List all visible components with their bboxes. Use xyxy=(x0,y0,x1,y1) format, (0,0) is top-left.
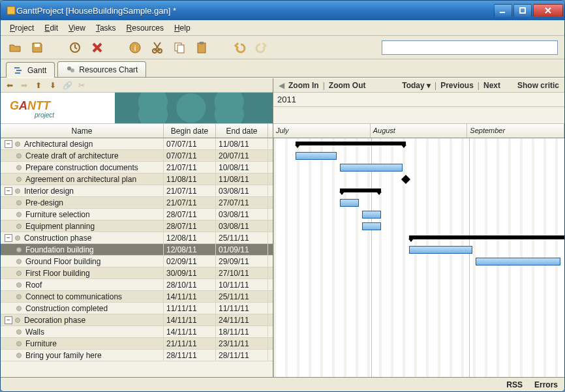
task-begin: 11/08/11 xyxy=(164,173,216,185)
task-end: 10/08/11 xyxy=(216,162,268,173)
svg-rect-10 xyxy=(177,45,184,53)
task-name: Roof xyxy=(25,280,42,290)
status-errors[interactable]: Errors xyxy=(534,380,558,389)
milestone-marker[interactable] xyxy=(401,175,410,184)
nav-down-icon[interactable]: ⬇ xyxy=(48,80,58,91)
cut-icon[interactable] xyxy=(149,40,165,55)
task-table-body[interactable]: −Architectural design07/07/1111/08/11Cre… xyxy=(1,138,273,377)
task-end: 27/10/11 xyxy=(216,267,268,279)
nav-up-icon[interactable]: ⬆ xyxy=(33,80,44,91)
task-bar[interactable] xyxy=(340,199,359,207)
table-row[interactable]: Construction completed11/11/1111/11/11 xyxy=(1,303,273,314)
delete-icon[interactable] xyxy=(89,40,105,55)
task-begin: 07/07/11 xyxy=(164,138,216,149)
collapse-icon[interactable]: − xyxy=(5,234,12,242)
task-bar[interactable] xyxy=(476,258,560,265)
task-table-pane: ⬅ ➡ ⬆ ⬇ 🔗 ✂ GANTTproject Name Begin date… xyxy=(1,78,273,377)
maximize-button[interactable] xyxy=(513,4,532,17)
table-row[interactable]: −Decoration phase14/11/1124/11/11 xyxy=(1,314,273,326)
status-rss[interactable]: RSS xyxy=(506,380,523,389)
table-row[interactable]: Roof28/10/1110/11/11 xyxy=(1,279,273,291)
table-row[interactable]: First Floor building30/09/1127/10/11 xyxy=(1,267,273,279)
table-row[interactable]: Furniture21/11/1123/11/11 xyxy=(1,338,273,350)
task-end: 01/09/11 xyxy=(216,244,268,255)
task-bullet-icon xyxy=(16,329,22,335)
task-bullet-icon xyxy=(16,247,22,252)
task-name: Decoration phase xyxy=(24,316,85,325)
table-row[interactable]: Walls14/11/1118/11/11 xyxy=(1,326,273,338)
task-begin: 28/11/11 xyxy=(164,350,216,361)
task-begin: 12/08/11 xyxy=(164,232,216,243)
paste-icon[interactable] xyxy=(194,40,209,55)
task-bar[interactable] xyxy=(362,211,381,219)
task-end: 27/07/11 xyxy=(216,197,268,208)
th-begin[interactable]: Begin date xyxy=(164,124,216,138)
svg-rect-12 xyxy=(200,42,204,44)
menu-help[interactable]: Help xyxy=(169,22,196,34)
nav-back-icon[interactable]: ⬅ xyxy=(5,80,15,91)
task-name: Walls xyxy=(25,327,44,337)
previous-button[interactable]: Previous xyxy=(440,81,474,90)
task-bar[interactable] xyxy=(296,152,337,160)
summary-bar[interactable] xyxy=(409,235,564,239)
timeline-pane: ◀ Zoom In | Zoom Out Today ▾ | Previous … xyxy=(273,78,564,377)
toolbar: i xyxy=(1,36,564,59)
show-critic-button[interactable]: Show critic xyxy=(517,81,559,90)
next-button[interactable]: Next xyxy=(483,81,500,90)
collapse-icon[interactable]: − xyxy=(5,316,12,324)
table-row[interactable]: Agreement on architectural plan11/08/111… xyxy=(1,173,273,185)
zoom-out-button[interactable]: Zoom Out xyxy=(329,81,366,90)
task-begin: 28/07/11 xyxy=(164,209,216,220)
task-bar[interactable] xyxy=(409,246,472,254)
table-row[interactable]: Equipment planning28/07/1103/08/11 xyxy=(1,220,273,232)
properties-icon[interactable]: i xyxy=(127,40,143,55)
refresh-icon[interactable] xyxy=(67,40,83,55)
menu-project[interactable]: Project xyxy=(5,22,39,34)
menu-view[interactable]: View xyxy=(63,22,91,34)
nav-fwd-icon[interactable]: ➡ xyxy=(19,80,29,91)
tab-resources[interactable]: Resources Chart xyxy=(57,61,146,77)
menubar: Project Edit View Tasks Resources Help xyxy=(1,20,564,36)
th-name[interactable]: Name xyxy=(1,124,164,138)
nav-unlink-icon[interactable]: ✂ xyxy=(76,80,87,91)
redo-icon[interactable] xyxy=(254,40,269,55)
menu-edit[interactable]: Edit xyxy=(39,22,63,34)
minimize-button[interactable] xyxy=(494,4,512,17)
zoom-in-button[interactable]: Zoom In xyxy=(288,81,319,90)
th-end[interactable]: End date xyxy=(216,124,268,138)
nav-link-icon[interactable]: 🔗 xyxy=(62,80,72,91)
save-icon[interactable] xyxy=(29,40,45,55)
close-button[interactable] xyxy=(533,4,563,17)
table-row[interactable]: Ground Floor building02/09/1129/09/11 xyxy=(1,256,273,267)
copy-icon[interactable] xyxy=(172,40,187,55)
today-button[interactable]: Today ▾ xyxy=(402,81,431,90)
table-row[interactable]: Furniture selection28/07/1103/08/11 xyxy=(1,209,273,220)
task-bar[interactable] xyxy=(340,164,403,172)
summary-bar[interactable] xyxy=(296,142,406,145)
search-input[interactable] xyxy=(382,40,558,55)
table-row[interactable]: Connect to communications14/11/1125/11/1… xyxy=(1,291,273,303)
table-row[interactable]: Prepare construction documents21/07/1110… xyxy=(1,162,273,173)
tab-gantt[interactable]: Gantt xyxy=(6,62,55,78)
open-icon[interactable] xyxy=(7,40,23,55)
task-bar[interactable] xyxy=(362,222,381,230)
undo-icon[interactable] xyxy=(232,40,247,55)
titlebar[interactable]: GanttProject [HouseBuildingSample.gan] * xyxy=(1,1,564,20)
table-row[interactable]: −Construction phase12/08/1125/11/11 xyxy=(1,232,273,244)
table-row[interactable]: −Interior design21/07/1103/08/11 xyxy=(1,185,273,197)
resources-icon xyxy=(66,65,75,74)
table-row[interactable]: −Architectural design07/07/1111/08/11 xyxy=(1,138,273,150)
table-row[interactable]: Create draft of architecture07/07/1120/0… xyxy=(1,150,273,162)
table-row[interactable]: Foundation building12/08/1101/09/11 xyxy=(1,244,273,256)
svg-rect-3 xyxy=(35,44,40,47)
task-end: 11/08/11 xyxy=(216,138,268,149)
table-row[interactable]: Bring your family here28/11/1128/11/11 xyxy=(1,350,273,361)
table-row[interactable]: Pre-design21/07/1127/07/11 xyxy=(1,197,273,209)
gantt-chart[interactable] xyxy=(273,138,564,377)
menu-resources[interactable]: Resources xyxy=(121,22,169,34)
collapse-icon[interactable]: − xyxy=(5,140,12,148)
task-begin: 28/07/11 xyxy=(164,220,216,232)
menu-tasks[interactable]: Tasks xyxy=(91,22,121,34)
collapse-icon[interactable]: − xyxy=(5,187,12,195)
summary-bar[interactable] xyxy=(340,188,381,192)
